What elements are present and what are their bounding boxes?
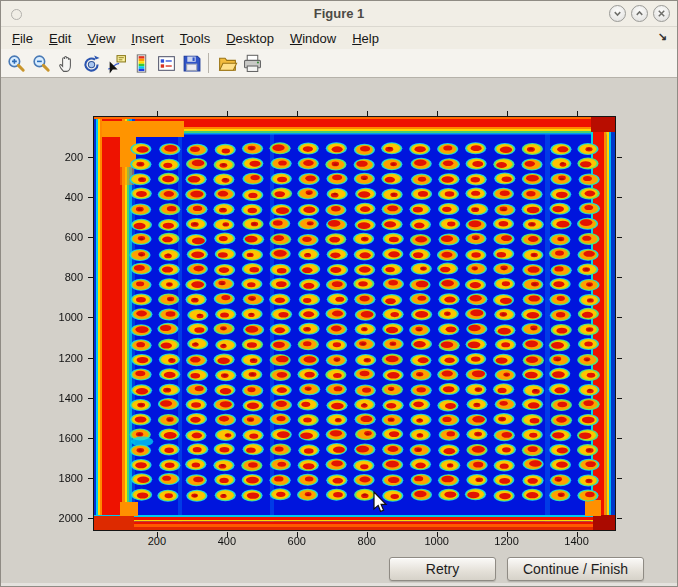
figure-toolbar [1, 49, 677, 78]
chevron-up-icon [634, 8, 645, 19]
y-tick-label: 600 [41, 230, 83, 244]
figure-content-area: Retry Continue / Finish 2004006008001000… [1, 78, 677, 587]
mouse-cursor [372, 491, 390, 515]
y-tick-label: 400 [41, 190, 83, 204]
axis-tick [617, 438, 622, 439]
menu-item-help[interactable]: Help [347, 29, 384, 48]
window-bottom-edge [1, 583, 677, 587]
close-button[interactable] [653, 5, 670, 22]
axis-tick [617, 518, 622, 519]
figure-window: Figure 1 FileEditViewInsertToolsDesktopW… [0, 0, 678, 587]
x-tick-label: 1000 [415, 535, 459, 547]
x-tick-label: 200 [135, 535, 179, 547]
menu-item-edit[interactable]: Edit [44, 29, 76, 48]
axis-tick [367, 111, 368, 116]
x-tick-label: 1400 [555, 535, 599, 547]
continue-finish-button[interactable]: Continue / Finish [507, 557, 644, 581]
zoom-in-icon[interactable] [4, 51, 29, 76]
y-tick-label: 1200 [41, 351, 83, 365]
axis-tick [157, 111, 158, 116]
menu-item-window[interactable]: Window [285, 29, 341, 48]
axis-tick [88, 237, 93, 238]
axis-tick [507, 111, 508, 116]
axis-tick [88, 277, 93, 278]
axis-tick [88, 317, 93, 318]
axis-tick [297, 111, 298, 116]
axis-tick [88, 197, 93, 198]
axis-tick [617, 157, 622, 158]
axis-tick [617, 398, 622, 399]
y-tick-label: 1000 [41, 310, 83, 324]
shade-button[interactable] [609, 5, 626, 22]
toolbar-separator [208, 53, 209, 73]
insert-legend-icon[interactable] [154, 51, 179, 76]
close-icon [656, 8, 667, 19]
axis-tick [577, 111, 578, 116]
y-tick-label: 1400 [41, 391, 83, 405]
pan-icon[interactable] [54, 51, 79, 76]
x-tick-label: 600 [275, 535, 319, 547]
x-tick-label: 1200 [485, 535, 529, 547]
axis-tick [88, 438, 93, 439]
retry-button[interactable]: Retry [389, 557, 496, 581]
insert-colorbar-icon[interactable] [129, 51, 154, 76]
axis-tick [437, 111, 438, 116]
menu-item-view[interactable]: View [82, 29, 120, 48]
save-figure-icon[interactable] [179, 51, 204, 76]
plot-axes [93, 116, 616, 531]
menu-bar: FileEditViewInsertToolsDesktopWindowHelp… [1, 27, 677, 49]
open-file-icon[interactable] [215, 51, 240, 76]
x-tick-label: 800 [345, 535, 389, 547]
dock-arrow-icon[interactable]: ↘ [658, 30, 667, 43]
x-tick-label: 400 [205, 535, 249, 547]
axis-tick [88, 358, 93, 359]
title-bar: Figure 1 [1, 1, 677, 27]
axis-tick [617, 277, 622, 278]
microarray-image [94, 117, 615, 530]
axis-tick [88, 518, 93, 519]
axis-tick [617, 358, 622, 359]
y-tick-label: 200 [41, 150, 83, 164]
menu-item-tools[interactable]: Tools [175, 29, 215, 48]
zoom-out-icon[interactable] [29, 51, 54, 76]
y-tick-label: 2000 [41, 511, 83, 525]
window-controls [609, 5, 670, 22]
rotate-3d-icon[interactable] [79, 51, 104, 76]
menu-item-desktop[interactable]: Desktop [221, 29, 279, 48]
axis-tick [617, 197, 622, 198]
chevron-down-icon [612, 8, 623, 19]
axis-tick [227, 111, 228, 116]
print-figure-icon[interactable] [240, 51, 265, 76]
window-title: Figure 1 [1, 6, 677, 21]
y-tick-label: 800 [41, 270, 83, 284]
menu-item-insert[interactable]: Insert [126, 29, 169, 48]
data-cursor-icon[interactable] [104, 51, 129, 76]
axis-tick [617, 478, 622, 479]
axis-tick [617, 237, 622, 238]
axis-tick [88, 398, 93, 399]
maximize-button[interactable] [631, 5, 648, 22]
menu-item-file[interactable]: File [7, 29, 38, 48]
axis-tick [617, 317, 622, 318]
axis-tick [88, 478, 93, 479]
y-tick-label: 1800 [41, 471, 83, 485]
y-tick-label: 1600 [41, 431, 83, 445]
axis-tick [88, 157, 93, 158]
